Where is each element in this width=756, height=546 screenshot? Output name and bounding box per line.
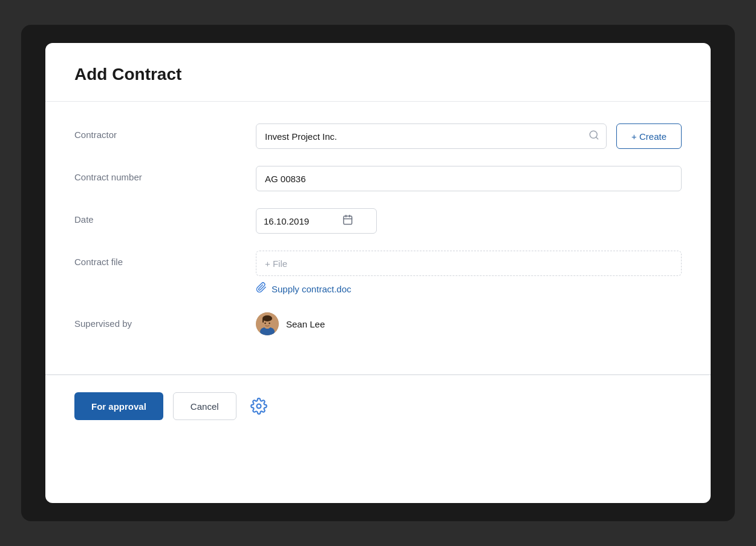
settings-button[interactable]	[246, 393, 272, 419]
date-control	[256, 208, 682, 234]
calendar-icon[interactable]	[342, 214, 353, 228]
svg-rect-2	[344, 216, 352, 225]
supervised-by-row: Supervised by	[74, 312, 682, 335]
date-row: Date	[74, 208, 682, 234]
svg-rect-11	[262, 318, 264, 323]
contract-number-row: Contract number	[74, 166, 682, 191]
file-drop-area[interactable]: + File	[256, 251, 682, 276]
contract-number-label: Contract number	[74, 166, 256, 182]
svg-point-12	[264, 323, 266, 324]
date-label: Date	[74, 208, 256, 225]
page-background: Add Contract Contractor	[21, 25, 735, 521]
avatar	[256, 312, 279, 335]
file-drop-zone: + File Supply contract.doc	[256, 251, 682, 295]
contractor-input-wrap	[256, 123, 607, 149]
modal-header: Add Contract	[45, 43, 711, 101]
contractor-control: + Create	[256, 123, 682, 149]
modal-title: Add Contract	[74, 65, 682, 84]
supervised-by-label: Supervised by	[74, 312, 256, 329]
approval-button[interactable]: For approval	[74, 392, 163, 420]
modal-body: Contractor + Create	[45, 102, 711, 374]
contract-file-control: + File Supply contract.doc	[256, 251, 682, 295]
svg-point-10	[262, 315, 272, 321]
modal-footer: For approval Cancel	[45, 375, 711, 444]
svg-point-13	[269, 323, 270, 324]
file-drop-placeholder: + File	[265, 258, 287, 269]
svg-point-14	[256, 404, 261, 409]
supervisor-name: Sean Lee	[286, 319, 325, 329]
modal-container: Add Contract Contractor	[45, 43, 711, 503]
contractor-input[interactable]	[256, 123, 607, 149]
date-input[interactable]	[264, 216, 336, 226]
cancel-button[interactable]: Cancel	[173, 392, 236, 420]
paperclip-icon	[256, 282, 267, 295]
contractor-label: Contractor	[74, 123, 256, 140]
contract-number-input[interactable]	[256, 166, 682, 191]
contract-file-row: Contract file + File Supply co	[74, 251, 682, 295]
contractor-row: Contractor + Create	[74, 123, 682, 149]
supervisor-wrap: Sean Lee	[256, 312, 325, 335]
supervised-by-control: Sean Lee	[256, 312, 682, 335]
contract-number-control	[256, 166, 682, 191]
file-link-row: Supply contract.doc	[256, 282, 682, 295]
file-link[interactable]: Supply contract.doc	[272, 284, 351, 294]
contract-file-label: Contract file	[74, 251, 256, 267]
date-input-wrap[interactable]	[256, 208, 377, 234]
create-button[interactable]: + Create	[616, 123, 682, 149]
